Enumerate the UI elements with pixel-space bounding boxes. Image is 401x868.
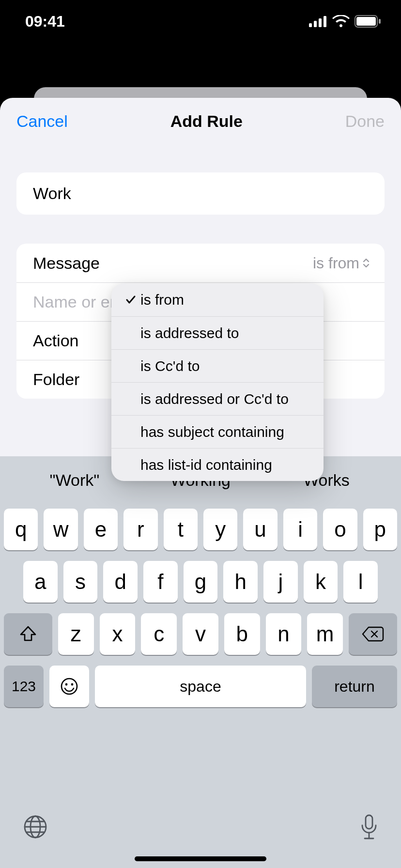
svg-rect-3 (324, 16, 326, 27)
keyboard-keys: qwertyuiop asdfghjkl zxcvbnm 123 space r… (0, 504, 401, 810)
condition-option[interactable]: is addressed or Cc'd to (111, 382, 324, 415)
key-e[interactable]: e (84, 509, 118, 550)
key-p[interactable]: p (363, 509, 397, 550)
key-l[interactable]: l (343, 561, 378, 603)
chevron-updown-icon (362, 257, 370, 269)
status-icons (309, 15, 382, 28)
dictate-button[interactable] (359, 814, 379, 841)
condition-option[interactable]: is Cc'd to (111, 349, 324, 382)
key-v[interactable]: v (183, 613, 218, 655)
svg-rect-5 (356, 17, 376, 26)
key-n[interactable]: n (266, 613, 302, 655)
add-rule-sheet: Cancel Add Rule Done Message is from Act… (0, 98, 401, 868)
message-label: Message (33, 254, 100, 273)
key-shift[interactable] (4, 613, 52, 655)
key-123[interactable]: 123 (4, 666, 44, 707)
cancel-button[interactable]: Cancel (16, 112, 68, 131)
svg-point-9 (71, 683, 74, 686)
key-emoji[interactable] (49, 666, 89, 707)
condition-option[interactable]: is addressed to (111, 316, 324, 349)
key-i[interactable]: i (283, 509, 317, 550)
condition-option-label: is from (140, 292, 184, 308)
key-j[interactable]: j (263, 561, 298, 603)
cellular-icon (309, 16, 327, 27)
svg-rect-0 (309, 23, 312, 27)
nav-bar: Cancel Add Rule Done (0, 98, 401, 144)
svg-rect-1 (314, 21, 317, 27)
condition-option[interactable]: has subject containing (111, 415, 324, 448)
key-t[interactable]: t (164, 509, 198, 550)
key-a[interactable]: a (23, 561, 58, 603)
key-b[interactable]: b (224, 613, 260, 655)
status-time: 09:41 (25, 13, 65, 31)
rule-name-section (16, 172, 385, 215)
key-return[interactable]: return (312, 666, 397, 707)
key-q[interactable]: q (4, 509, 38, 550)
rule-conditions-section: Message is from Action Folder is fromis … (16, 244, 385, 399)
condition-option-label: is addressed to (140, 325, 239, 341)
emoji-icon (60, 677, 79, 696)
message-condition-value: is from (313, 254, 359, 272)
wifi-icon (332, 15, 350, 28)
key-delete[interactable] (349, 613, 397, 655)
key-u[interactable]: u (243, 509, 277, 550)
globe-icon (22, 814, 48, 840)
key-s[interactable]: s (63, 561, 98, 603)
svg-rect-6 (379, 19, 381, 24)
checkmark-icon (121, 294, 140, 306)
message-condition-picker[interactable]: is from (313, 254, 370, 272)
key-space[interactable]: space (95, 666, 306, 707)
key-o[interactable]: o (323, 509, 357, 550)
message-row[interactable]: Message is from (16, 244, 385, 282)
key-c[interactable]: c (141, 613, 177, 655)
condition-option-label: has list-id containing (140, 457, 272, 473)
status-bar: 09:41 (0, 0, 401, 43)
delete-icon (362, 626, 384, 642)
done-button[interactable]: Done (345, 112, 385, 131)
page-title: Add Rule (170, 112, 243, 131)
microphone-icon (359, 814, 379, 841)
battery-icon (355, 15, 382, 28)
key-w[interactable]: w (44, 509, 77, 550)
svg-rect-2 (319, 18, 322, 27)
key-r[interactable]: r (123, 509, 157, 550)
key-f[interactable]: f (143, 561, 178, 603)
key-d[interactable]: d (103, 561, 138, 603)
shift-icon (19, 625, 37, 643)
keyboard: "Work" Working Works qwertyuiop asdfghjk… (0, 456, 401, 868)
key-k[interactable]: k (304, 561, 338, 603)
key-g[interactable]: g (184, 561, 218, 603)
condition-option-label: is addressed or Cc'd to (140, 391, 289, 407)
condition-dropdown: is fromis addressed tois Cc'd tois addre… (111, 283, 324, 481)
folder-label: Folder (33, 370, 79, 389)
home-indicator (135, 856, 266, 861)
key-y[interactable]: y (203, 509, 237, 550)
condition-option-label: has subject containing (140, 424, 284, 440)
svg-rect-13 (366, 815, 372, 829)
condition-option[interactable]: is from (111, 283, 324, 316)
key-z[interactable]: z (58, 613, 94, 655)
condition-option[interactable]: has list-id containing (111, 448, 324, 481)
condition-option-label: is Cc'd to (140, 358, 200, 374)
globe-button[interactable] (22, 814, 48, 840)
svg-point-8 (65, 683, 68, 686)
key-x[interactable]: x (100, 613, 136, 655)
rule-name-input[interactable] (16, 172, 385, 215)
key-h[interactable]: h (223, 561, 258, 603)
key-m[interactable]: m (307, 613, 343, 655)
action-label: Action (33, 331, 79, 350)
